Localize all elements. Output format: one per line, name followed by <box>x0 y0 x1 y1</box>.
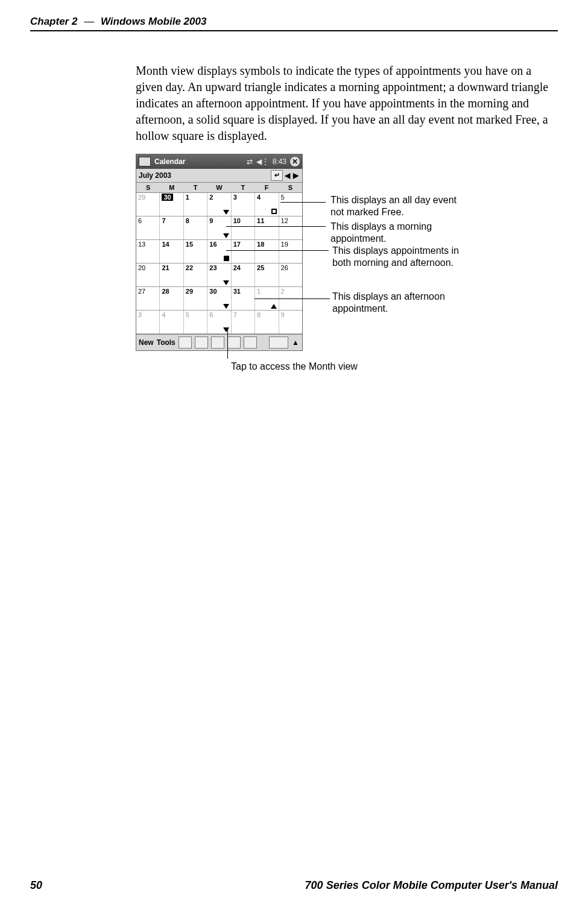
view-agenda-icon[interactable] <box>179 336 192 349</box>
day-cell[interactable]: 8 <box>255 311 279 333</box>
day-cell[interactable]: 20 <box>136 264 160 286</box>
month-grid: 2930123456789101112131415161718192021222… <box>136 193 302 334</box>
clock-label[interactable]: 8:43 <box>273 157 286 166</box>
month-label[interactable]: July 2003 <box>139 171 268 180</box>
day-cell[interactable]: 3 <box>136 311 160 333</box>
day-cell[interactable]: 16 <box>207 240 231 263</box>
day-number: 8 <box>257 311 261 318</box>
appointment-tri-dn-icon <box>223 233 229 238</box>
day-cell[interactable]: 12 <box>279 216 302 239</box>
day-cell[interactable]: 2 <box>207 193 231 216</box>
day-number: 3 <box>233 194 237 201</box>
leader-monthview <box>227 329 228 359</box>
day-number: 16 <box>209 241 217 248</box>
day-cell[interactable]: 24 <box>232 264 255 286</box>
view-year-icon[interactable] <box>244 336 257 349</box>
day-number: 22 <box>186 264 193 271</box>
day-cell[interactable]: 28 <box>160 287 183 310</box>
week-row: 20212223242526 <box>136 264 302 287</box>
day-cell[interactable]: 1 <box>184 193 207 216</box>
keyboard-icon[interactable] <box>269 336 288 349</box>
chapter-title: Windows Mobile 2003 <box>101 16 207 27</box>
day-number: 12 <box>281 217 288 224</box>
day-cell[interactable]: 26 <box>279 264 302 286</box>
day-number: 20 <box>138 264 145 271</box>
day-cell[interactable]: 18 <box>255 240 279 263</box>
sip-up-icon[interactable]: ▲ <box>291 338 300 347</box>
day-number: 6 <box>138 217 142 224</box>
view-month-icon[interactable] <box>227 336 241 349</box>
day-cell[interactable]: 23 <box>207 264 231 286</box>
dow-cell: F <box>254 183 278 192</box>
day-cell[interactable]: 11 <box>255 216 279 239</box>
view-week-icon[interactable] <box>211 336 224 349</box>
day-number: 5 <box>281 194 285 201</box>
day-cell[interactable]: 29 <box>136 193 160 216</box>
day-number: 30 <box>162 194 172 201</box>
day-cell[interactable]: 21 <box>160 264 183 286</box>
day-cell[interactable]: 15 <box>184 240 207 263</box>
day-cell[interactable]: 17 <box>232 240 255 263</box>
week-row: 13141516171819 <box>136 240 302 264</box>
book-title: 700 Series Color Mobile Computer User's … <box>305 879 558 892</box>
day-number: 3 <box>138 311 142 318</box>
day-cell[interactable]: 25 <box>255 264 279 286</box>
day-number: 11 <box>257 217 264 224</box>
day-cell[interactable]: 7 <box>232 311 255 333</box>
day-number: 29 <box>138 194 145 201</box>
day-cell[interactable]: 29 <box>184 287 207 310</box>
day-number: 4 <box>162 311 165 318</box>
day-cell[interactable]: 19 <box>279 240 302 263</box>
day-cell[interactable]: 5 <box>279 193 302 216</box>
day-number: 26 <box>281 264 288 271</box>
day-number: 27 <box>138 288 145 295</box>
day-number: 4 <box>257 194 261 201</box>
appointment-tri-dn-icon <box>223 304 229 309</box>
day-cell[interactable]: 14 <box>160 240 183 263</box>
day-cell[interactable]: 9 <box>279 311 302 333</box>
day-cell[interactable]: 5 <box>184 311 207 333</box>
day-number: 9 <box>281 311 285 318</box>
day-cell[interactable]: 27 <box>136 287 160 310</box>
day-cell[interactable]: 22 <box>184 264 207 286</box>
appointment-tri-up-icon <box>271 304 277 309</box>
next-month-icon[interactable]: ▶ <box>291 171 300 180</box>
day-cell[interactable]: 6 <box>136 216 160 239</box>
day-cell[interactable]: 4 <box>160 311 183 333</box>
callout-allday: This displays an all day event not marke… <box>330 194 463 218</box>
prev-month-icon[interactable]: ◀ <box>283 171 291 180</box>
day-cell[interactable]: 9 <box>207 216 231 239</box>
day-cell[interactable]: 3 <box>232 193 255 216</box>
day-cell[interactable]: 7 <box>160 216 183 239</box>
volume-icon[interactable]: ◀⋮ <box>256 157 269 166</box>
day-cell[interactable]: 10 <box>232 216 255 239</box>
day-number: 7 <box>162 217 165 224</box>
week-row: 3456789 <box>136 311 302 334</box>
day-number: 23 <box>209 264 217 271</box>
day-cell[interactable]: 8 <box>184 216 207 239</box>
day-number: 1 <box>186 194 189 201</box>
day-cell[interactable]: 4 <box>255 193 279 216</box>
day-cell[interactable]: 30 <box>160 193 183 216</box>
callout-morning: This displays a morning appointment. <box>330 221 463 245</box>
connectivity-icon[interactable]: ⇄ <box>247 157 253 166</box>
start-flag-icon[interactable] <box>139 157 151 166</box>
day-number: 19 <box>281 241 288 248</box>
leader-allday <box>280 202 326 203</box>
close-icon[interactable]: ✕ <box>290 157 300 166</box>
day-number: 28 <box>162 288 169 295</box>
menu-new[interactable]: New <box>139 338 154 347</box>
day-cell[interactable]: 13 <box>136 240 160 263</box>
goto-today-icon[interactable]: ↵ <box>271 170 283 181</box>
leader-both <box>226 250 329 251</box>
day-number: 1 <box>257 288 261 295</box>
day-cell[interactable]: 31 <box>232 287 255 310</box>
menu-tools[interactable]: Tools <box>157 338 175 347</box>
chapter-label: Chapter 2 <box>30 16 77 27</box>
command-bar: New Tools ▲ <box>136 334 302 350</box>
calendar-screenshot: Calendar ⇄ ◀⋮ 8:43 ✕ July 2003 ↵ ◀ ▶ SMT… <box>136 154 303 351</box>
day-cell[interactable]: 30 <box>207 287 231 310</box>
dow-cell: S <box>136 183 160 192</box>
day-number: 5 <box>186 311 189 318</box>
view-day-icon[interactable] <box>195 336 208 349</box>
